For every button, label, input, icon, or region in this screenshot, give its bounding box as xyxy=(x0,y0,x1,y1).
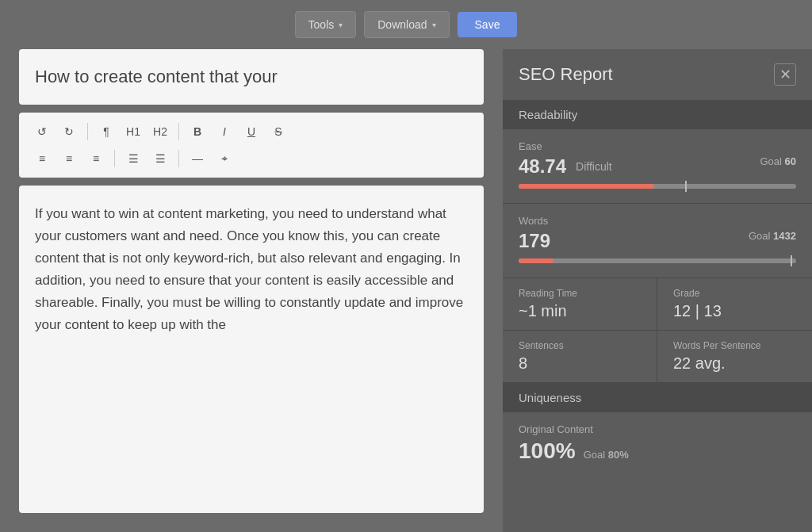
ease-metric: Ease 48.74 Difficult Goal 60 xyxy=(503,129,812,204)
hr-icon: — xyxy=(192,152,203,165)
undo-icon: ↺ xyxy=(37,125,47,138)
divider-4 xyxy=(178,150,179,167)
align-left-icon: ≡ xyxy=(39,152,45,165)
grade-value: 12 | 13 xyxy=(673,302,796,320)
save-button[interactable]: Save xyxy=(458,12,518,37)
underline-icon: U xyxy=(247,125,255,138)
words-progress-fill xyxy=(519,258,553,263)
uniqueness-section-header: Uniqueness xyxy=(503,383,812,412)
paragraph-button[interactable]: ¶ xyxy=(94,121,118,143)
ease-goal-row: Goal 60 xyxy=(701,155,796,167)
paragraph-icon: ¶ xyxy=(103,125,109,138)
sentences-label: Sentences xyxy=(519,340,641,351)
seo-panel-title: SEO Report xyxy=(519,64,613,85)
bold-icon: B xyxy=(193,125,201,138)
ease-goal-value: 60 xyxy=(785,155,796,167)
reading-time-metric: Reading Time ~1 min xyxy=(503,278,657,330)
undo-button[interactable]: ↺ xyxy=(30,121,54,143)
h1-label: H1 xyxy=(126,125,140,138)
words-progress-bar xyxy=(519,258,796,263)
article-title: How to create content that your xyxy=(35,67,278,86)
align-center-button[interactable]: ≡ xyxy=(57,147,81,170)
words-label: Words xyxy=(519,215,796,227)
list-unordered-icon: ☰ xyxy=(128,152,139,165)
original-content-label: Original Content xyxy=(519,423,796,435)
link-button[interactable]: ⌖ xyxy=(213,147,236,170)
close-icon: ✕ xyxy=(779,66,791,83)
seo-close-button[interactable]: ✕ xyxy=(774,63,796,86)
download-label: Download xyxy=(377,18,427,31)
ease-progress-bar xyxy=(519,184,796,189)
align-right-button[interactable]: ≡ xyxy=(84,147,108,170)
words-value: 179 xyxy=(519,230,550,252)
list-unordered-button[interactable]: ☰ xyxy=(121,147,145,170)
uniqueness-value-row: 100% Goal 80% xyxy=(519,438,796,464)
wps-metric: Words Per Sentence 22 avg. xyxy=(657,331,812,382)
link-icon: ⌖ xyxy=(222,153,228,164)
main-layout: How to create content that your ↺ ↻ ¶ H1… xyxy=(0,49,812,532)
content-box[interactable]: If you want to win at content marketing,… xyxy=(19,186,484,513)
words-goal-label: Goal xyxy=(749,230,773,242)
grade-label: Grade xyxy=(673,288,796,299)
wps-label: Words Per Sentence xyxy=(673,340,796,351)
sentences-wps-metrics: Sentences 8 Words Per Sentence 22 avg. xyxy=(503,331,812,383)
reading-time-value: ~1 min xyxy=(519,302,641,320)
words-goal-marker xyxy=(791,255,792,266)
readability-section-header: Readability xyxy=(503,100,812,129)
divider-2 xyxy=(178,123,179,140)
reading-grade-metrics: Reading Time ~1 min Grade 12 | 13 xyxy=(503,278,812,331)
redo-icon: ↻ xyxy=(64,125,74,138)
ease-value-row: 48.74 Difficult xyxy=(519,155,612,178)
h1-button[interactable]: H1 xyxy=(121,121,145,143)
strikethrough-button[interactable]: S xyxy=(266,121,290,143)
readability-content: Ease 48.74 Difficult Goal 60 xyxy=(503,129,812,383)
editor-panel: How to create content that your ↺ ↻ ¶ H1… xyxy=(0,49,503,532)
uniqueness-label: Uniqueness xyxy=(519,391,581,404)
format-toolbar: ↺ ↻ ¶ H1 H2 B xyxy=(19,113,484,178)
seo-panel: SEO Report ✕ Readability Ease 48.74 Diff… xyxy=(503,49,812,532)
reading-time-label: Reading Time xyxy=(519,288,641,299)
align-left-button[interactable]: ≡ xyxy=(30,147,54,170)
list-ordered-icon: ☰ xyxy=(155,152,166,165)
title-box: How to create content that your xyxy=(19,49,484,105)
ease-goal-label: Goal xyxy=(760,155,784,167)
ease-label: Ease xyxy=(519,140,796,152)
save-label: Save xyxy=(475,18,500,31)
grade-metric: Grade 12 | 13 xyxy=(657,278,812,330)
align-center-icon: ≡ xyxy=(66,152,72,165)
words-value-row: 179 xyxy=(519,230,550,252)
ease-progress-fill xyxy=(519,184,654,189)
strikethrough-icon: S xyxy=(274,125,282,138)
uniqueness-goal-value: 80% xyxy=(608,449,629,461)
italic-icon: I xyxy=(223,125,226,138)
download-chevron-icon: ▾ xyxy=(432,21,436,29)
format-row-2: ≡ ≡ ≡ ☰ ☰ — ⌖ xyxy=(30,147,473,170)
tools-chevron-icon: ▾ xyxy=(339,21,343,29)
h2-label: H2 xyxy=(153,125,167,138)
underline-button[interactable]: U xyxy=(239,121,263,143)
uniqueness-block: Original Content 100% Goal 80% xyxy=(503,412,812,475)
words-metric: Words 179 Goal 1432 xyxy=(503,204,812,278)
ease-description: Difficult xyxy=(576,160,612,173)
tools-label: Tools xyxy=(308,18,335,31)
article-content: If you want to win at content marketing,… xyxy=(35,203,468,336)
bold-button[interactable]: B xyxy=(186,121,209,143)
divider-3 xyxy=(114,150,115,167)
uniqueness-goal-label: Goal xyxy=(584,449,608,461)
ease-goal-marker xyxy=(685,181,687,192)
italic-button[interactable]: I xyxy=(213,121,236,143)
words-goal-row: Goal 1432 xyxy=(701,230,796,242)
download-button[interactable]: Download ▾ xyxy=(364,11,449,38)
uniqueness-goal: Goal 80% xyxy=(584,449,629,461)
seo-header: SEO Report ✕ xyxy=(503,49,812,100)
hr-button[interactable]: — xyxy=(186,147,209,170)
h2-button[interactable]: H2 xyxy=(148,121,172,143)
divider-1 xyxy=(87,123,88,140)
redo-button[interactable]: ↻ xyxy=(57,121,81,143)
words-goal-value: 1432 xyxy=(773,230,796,242)
readability-label: Readability xyxy=(519,108,577,121)
tools-button[interactable]: Tools ▾ xyxy=(295,11,357,38)
list-ordered-button[interactable]: ☰ xyxy=(148,147,172,170)
ease-value: 48.74 xyxy=(519,155,566,178)
wps-value: 22 avg. xyxy=(673,354,796,373)
